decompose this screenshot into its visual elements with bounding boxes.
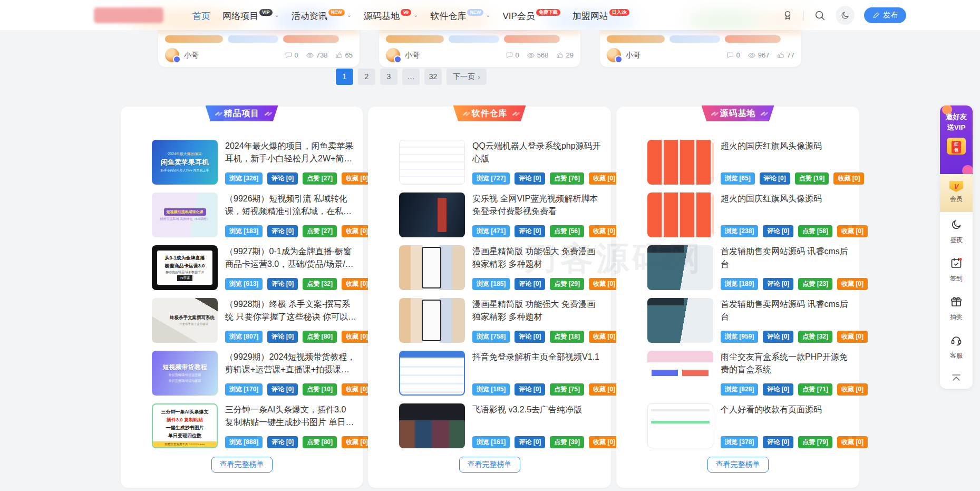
dark-mode-toggle-icon[interactable] xyxy=(836,6,855,25)
likes-badge: 点赞 [32] xyxy=(303,278,337,290)
item-thumbnail[interactable] xyxy=(647,298,713,343)
item-badges: 浏览 [828] 评论 [0] 点赞 [71] 收藏 [0] xyxy=(721,383,853,396)
nav-item[interactable]: 软件仓库 NEW ⌄ xyxy=(430,8,490,22)
list-item[interactable]: 漫画星精简版 功能强大 免费漫画 独家精彩 多种题材 浏览 [758] 评论 [… xyxy=(399,298,605,343)
medal-icon[interactable] xyxy=(781,9,794,22)
avatar[interactable] xyxy=(165,48,179,62)
back-to-top-button[interactable]: TOP xyxy=(940,366,973,389)
item-title[interactable]: 个人好看的收款有页面源码 xyxy=(721,403,853,416)
list-item[interactable]: 雨尘交友盲盒系统一款PHP开源免费的盲盒系统 浏览 [828] 评论 [0] 点… xyxy=(647,351,853,396)
list-item[interactable]: 抖音免登录解析主页全部视频V1.1 浏览 [185] 评论 [0] 点赞 [75… xyxy=(399,351,605,396)
page-button[interactable]: 3 xyxy=(380,69,397,85)
author-name[interactable]: 小哥 xyxy=(626,51,641,60)
author-name[interactable]: 小哥 xyxy=(405,51,420,60)
nav-item[interactable]: 加盟网站 日入2k xyxy=(573,8,629,22)
item-thumbnail[interactable] xyxy=(399,403,465,448)
list-item[interactable]: 超火的国庆红旗风头像源码 浏览 [238] 评论 [0] 点赞 [58] 收藏 … xyxy=(647,192,853,237)
item-thumbnail[interactable] xyxy=(399,245,465,290)
item-title[interactable]: 首发辅助售卖网站源码 讯睿cms后台 xyxy=(721,298,853,323)
item-title[interactable]: 超火的国庆红旗风头像源码 xyxy=(721,192,853,205)
item-title[interactable]: 首发辅助售卖网站源码 讯睿cms后台 xyxy=(721,245,853,271)
nav-item[interactable]: 网络项目 VIP ⌄ xyxy=(222,8,279,22)
list-item[interactable]: 三分钟一条AI头条爆文插件3.0 复制粘贴一键生成抄书图片单日变现四位数附赠全套… xyxy=(152,403,356,448)
item-badges: 浏览 [758] 评论 [0] 点赞 [18] 收藏 [0] xyxy=(472,331,605,343)
list-item[interactable]: 飞语影视 v3.2.5去广告纯净版 浏览 [161] 评论 [0] 点赞 [39… xyxy=(399,403,605,448)
item-title[interactable]: 漫画星精简版 功能强大 免费漫画 独家精彩 多种题材 xyxy=(472,298,605,323)
item-thumbnail[interactable] xyxy=(647,351,713,396)
views-badge: 浏览 [170] xyxy=(225,383,263,396)
item-title[interactable]: 安乐视 全网VIP蓝光视频解析脚本 免登录付费影视免费看 xyxy=(472,192,605,218)
item-thumbnail[interactable] xyxy=(399,351,465,396)
item-thumbnail[interactable] xyxy=(647,140,713,185)
publish-button[interactable]: 发布 xyxy=(864,7,906,23)
item-thumbnail[interactable] xyxy=(647,245,713,290)
nav-item[interactable]: 源码基地 99 ⌄ xyxy=(364,8,418,22)
item-title[interactable]: 三分钟一条AI头条爆文，插件3.0 复制粘贴一键生成抄书图片 单日变现四位数 xyxy=(225,403,356,429)
item-thumbnail[interactable]: 终极杀手文案撰写系统只要你掌握了这些秘诀 xyxy=(152,298,218,343)
next-page-button[interactable]: 下一页 › xyxy=(447,69,487,85)
item-thumbnail[interactable] xyxy=(399,298,465,343)
item-thumbnail[interactable] xyxy=(647,403,713,448)
item-title[interactable]: QQ云端机器人登录系统php源码开心版 xyxy=(472,140,605,165)
page-button[interactable]: … xyxy=(402,69,420,85)
list-item[interactable]: 安乐视 全网VIP蓝光视频解析脚本 免登录付费影视免费看 浏览 [471] 评论… xyxy=(399,192,605,237)
check-in-button[interactable]: 签到 xyxy=(940,251,973,289)
item-title[interactable]: （9929期）2024短视频带货教程，剪辑课+运营课+直播课+拍摄课（全套高清… xyxy=(225,351,356,376)
vip-member-shortcut[interactable]: V 会员 xyxy=(940,174,973,212)
list-item[interactable]: 漫画星精简版 功能强大 免费漫画 独家精彩 多种题材 浏览 [185] 评论 [… xyxy=(399,245,605,290)
page-button[interactable]: 1 xyxy=(336,69,353,85)
nav-item[interactable]: 首页 xyxy=(192,8,210,22)
item-title[interactable]: （9927期）0-1成为金牌直播-橱窗商品卡运营3.0，基础/货品/场景/话术/… xyxy=(225,245,356,271)
list-item[interactable]: 首发辅助售卖网站源码 讯睿cms后台 浏览 [959] 评论 [0] 点赞 [3… xyxy=(647,298,853,343)
item-thumbnail[interactable] xyxy=(399,192,465,237)
nav-item[interactable]: 活动资讯 NEW ⌄ xyxy=(292,8,352,22)
item-title[interactable]: 飞语影视 v3.2.5去广告纯净版 xyxy=(472,403,605,416)
list-item[interactable]: QQ云端机器人登录系统php源码开心版 浏览 [727] 评论 [0] 点赞 [… xyxy=(399,140,605,185)
item-thumbnail[interactable]: ·2024年最火爆的项目·闲鱼卖苹果耳机新手小白轻松月入2W+ 简单易上手 xyxy=(152,140,218,185)
item-title[interactable]: 抖音免登录解析主页全部视频V1.1 xyxy=(472,351,605,363)
like-count[interactable]: 77 xyxy=(777,51,794,59)
site-logo[interactable] xyxy=(94,7,163,23)
item-thumbnail[interactable] xyxy=(647,192,713,237)
list-item[interactable]: 个人好看的收款有页面源码 浏览 [378] 评论 [0] 点赞 [79] 收藏 … xyxy=(647,403,853,448)
likes-badge: 点赞 [19] xyxy=(795,172,829,185)
divider xyxy=(803,11,804,20)
item-thumbnail[interactable]: 短视频引流私域转化课精准引流私域 高效转化（5.0课程） xyxy=(152,192,218,237)
list-item[interactable]: 终极杀手文案撰写系统只要你掌握了这些秘诀 （9928期）终极 杀手文案-撰写系统… xyxy=(152,298,356,343)
item-title[interactable]: 超火的国庆红旗风头像源码 xyxy=(721,140,853,152)
item-badges: 浏览 [185] 评论 [0] 点赞 [75] 收藏 [0] xyxy=(472,383,605,396)
day-night-toggle[interactable]: 昼夜 xyxy=(940,212,973,251)
list-item[interactable]: 短视频引流私域转化课精准引流私域 高效转化（5.0课程） （9926期）短视频引… xyxy=(152,192,356,237)
search-icon[interactable] xyxy=(813,9,826,22)
list-item[interactable]: 超火的国庆红旗风头像源码 浏览 [65] 评论 [0] 点赞 [19] 收藏 [… xyxy=(647,140,853,185)
customer-service-button[interactable]: 客服 xyxy=(940,328,973,366)
item-title[interactable]: （9928期）终极 杀手文案-撰写系统 只要你掌握了这些秘诀 你可以在沙漠里… xyxy=(225,298,356,323)
avatar[interactable] xyxy=(607,48,621,62)
list-item[interactable]: ·2024年最火爆的项目·闲鱼卖苹果耳机新手小白轻松月入2W+ 简单易上手 20… xyxy=(152,140,356,185)
item-thumbnail[interactable]: 从0-1成为金牌直播橱窗商品卡运营3.0基础/货品/场景/话术/数据/千川79节… xyxy=(152,245,218,290)
list-item[interactable]: 短视频带货教程带货剪辑课/带货运营课带货直播课/带货拍摄课 （9929期）202… xyxy=(152,351,356,396)
item-title[interactable]: 雨尘交友盲盒系统一款PHP开源免费的盲盒系统 xyxy=(721,351,853,376)
item-title[interactable]: （9926期）短视频引流 私域转化课，短视频精准引流私域，在私域高效转化… xyxy=(225,192,356,218)
navbar: 首页 网络项目 VIP ⌄ 活动资讯 NEW ⌄ 源码基地 99 ⌄ 软件仓库 … xyxy=(0,0,980,30)
nav-item[interactable]: VIP会员 免费下载 xyxy=(502,8,560,22)
page-button[interactable]: 32 xyxy=(424,69,442,85)
item-text: 个人好看的收款有页面源码 浏览 [378] 评论 [0] 点赞 [79] 收藏 … xyxy=(721,403,853,448)
lottery-button[interactable]: 抽奖 xyxy=(940,289,973,328)
list-item[interactable]: 从0-1成为金牌直播橱窗商品卡运营3.0基础/货品/场景/话术/数据/千川79节… xyxy=(152,245,356,290)
view-full-ranking-button[interactable]: 查看完整榜单 xyxy=(459,457,520,473)
invite-friends-banner[interactable]: 邀好友 送VIP 红包 xyxy=(940,105,973,174)
view-full-ranking-button[interactable]: 查看完整榜单 xyxy=(211,457,273,473)
item-title[interactable]: 漫画星精简版 功能强大 免费漫画 独家精彩 多种题材 xyxy=(472,245,605,271)
like-count[interactable]: 29 xyxy=(556,51,574,59)
page-button[interactable]: 2 xyxy=(358,69,375,85)
item-title[interactable]: 2024年最火爆的项目，闲鱼卖苹果耳机，新手小白轻松月入2W+简单易上手 xyxy=(225,140,356,165)
avatar[interactable] xyxy=(386,48,400,62)
like-count[interactable]: 65 xyxy=(335,51,353,59)
list-item[interactable]: 首发辅助售卖网站源码 讯睿cms后台 浏览 [189] 评论 [0] 点赞 [2… xyxy=(647,245,853,290)
item-thumbnail[interactable]: 短视频带货教程带货剪辑课/带货运营课带货直播课/带货拍摄课 xyxy=(152,351,218,396)
item-thumbnail[interactable]: 三分钟一条AI头条爆文插件3.0 复制粘贴一键生成抄书图片单日变现四位数附赠全套… xyxy=(152,403,218,448)
view-full-ranking-button[interactable]: 查看完整榜单 xyxy=(707,457,769,473)
author-name[interactable]: 小哥 xyxy=(184,51,199,60)
item-thumbnail[interactable] xyxy=(399,140,465,185)
